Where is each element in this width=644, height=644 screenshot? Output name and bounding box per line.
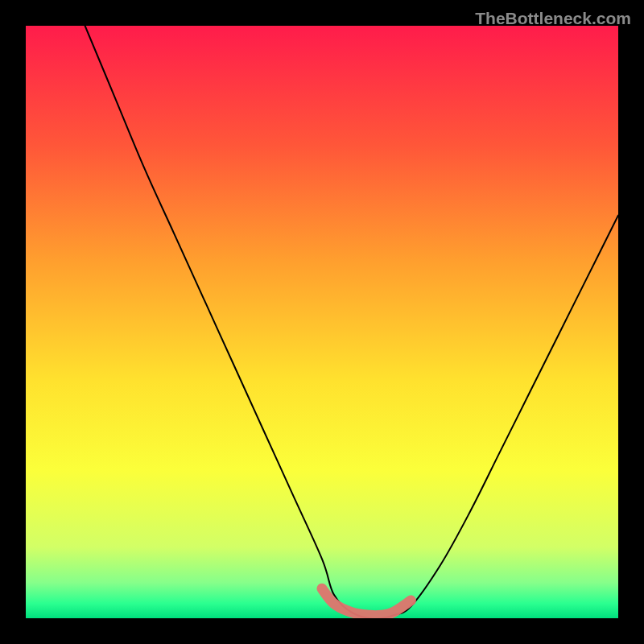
optimal-band-highlight xyxy=(322,588,411,616)
plot-area xyxy=(26,26,618,618)
bottleneck-curve xyxy=(85,26,618,618)
curve-layer xyxy=(26,26,618,618)
watermark-text: TheBottleneck.com xyxy=(475,9,631,28)
